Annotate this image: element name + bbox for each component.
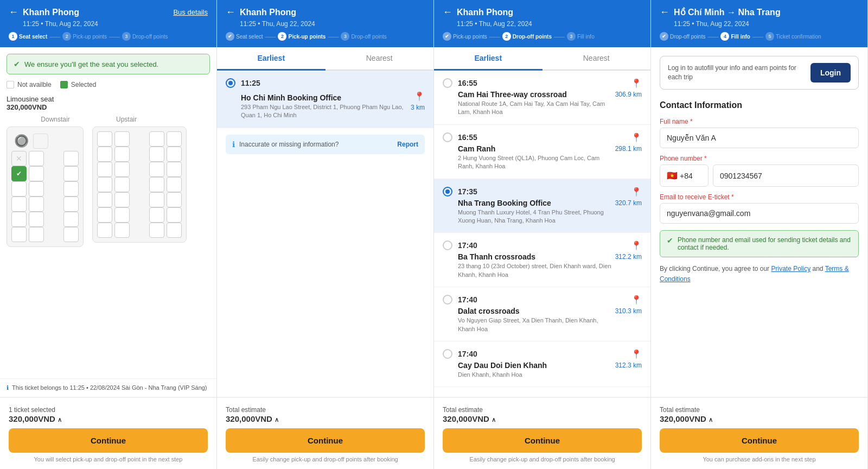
seat[interactable]: [29, 181, 44, 197]
report-link[interactable]: Report: [397, 141, 418, 148]
seat[interactable]: [97, 192, 112, 207]
tab-nearest-3[interactable]: Nearest: [542, 47, 651, 71]
continue-button-2[interactable]: Continue: [226, 428, 425, 453]
seat[interactable]: [63, 227, 79, 242]
seat[interactable]: [33, 134, 48, 149]
seat[interactable]: ✕: [11, 151, 27, 166]
seat[interactable]: [11, 197, 27, 212]
dropoff-row-1: 16:55 Cam Hai Three-way crossroad Nation…: [443, 78, 642, 117]
seat[interactable]: [29, 227, 44, 242]
step-2-3: 3 Drop-off points: [341, 32, 386, 41]
continue-button-3[interactable]: Continue: [443, 428, 642, 453]
seat[interactable]: [167, 223, 182, 238]
full-name-input[interactable]: [660, 128, 859, 148]
step-4-3: 5 Ticket confirmation: [765, 32, 821, 41]
radio-4[interactable]: [443, 240, 452, 250]
phone-prefix[interactable]: 🇻🇳 +84: [660, 164, 709, 187]
dropoff-item-1[interactable]: 16:55 Cam Hai Three-way crossroad Nation…: [434, 71, 650, 125]
seat[interactable]: [97, 207, 112, 223]
seat[interactable]: [63, 181, 79, 197]
seat[interactable]: [29, 151, 44, 166]
radio-5[interactable]: [443, 295, 452, 305]
seat[interactable]: [149, 207, 164, 223]
total-estimate-4: Total estimate: [660, 406, 700, 414]
pickup-item-1[interactable]: 11:25 Ho Chi Minh Booking Office 293 Pha…: [217, 71, 433, 128]
dropoff-item-3[interactable]: 17:35 Nha Trang Booking Office Muong Tha…: [434, 179, 650, 233]
seat[interactable]: [149, 223, 164, 238]
seat[interactable]: [63, 212, 79, 227]
radio-2[interactable]: [443, 132, 452, 142]
seat[interactable]: [29, 166, 44, 181]
pickup-addr-1: 293 Pham Ngu Lao Street, District 1, Phu…: [241, 103, 411, 120]
seat[interactable]: [167, 162, 182, 177]
seat[interactable]: [149, 192, 164, 207]
seat[interactable]: [97, 223, 112, 238]
continue-button-4[interactable]: Continue: [660, 428, 859, 453]
tab-nearest-2[interactable]: Nearest: [326, 47, 434, 71]
seat[interactable]: [63, 197, 79, 212]
login-button[interactable]: Login: [810, 63, 851, 83]
seat[interactable]: [167, 177, 182, 192]
tab-earliest-3[interactable]: Earliest: [434, 47, 542, 71]
seat-row-6: [11, 227, 79, 242]
seat[interactable]: [149, 131, 164, 147]
dropoff-right-4: 📍 312.2 km: [615, 240, 642, 261]
footer-summary-2: Total estimate 320,000VND ∧: [226, 404, 425, 424]
seat[interactable]: [149, 147, 164, 162]
radio-3[interactable]: [443, 187, 452, 197]
seat[interactable]: [114, 223, 130, 238]
seat[interactable]: [114, 177, 130, 192]
footer-summary-4: Total estimate 320,000VND ∧: [660, 404, 859, 424]
step-num-3: 3: [122, 32, 131, 41]
seat[interactable]: [167, 147, 182, 162]
seat[interactable]: [114, 147, 130, 162]
seat[interactable]: [114, 192, 130, 207]
seat[interactable]: [149, 162, 164, 177]
seat[interactable]: [114, 131, 130, 147]
tab-earliest-2[interactable]: Earliest: [217, 47, 326, 71]
phone-input[interactable]: [713, 164, 859, 187]
seat[interactable]: [114, 207, 130, 223]
seat[interactable]: [29, 212, 44, 227]
check-icon: ✔: [667, 236, 673, 245]
back-button-4[interactable]: ←: [660, 7, 669, 18]
operator-3: Khanh Phong: [457, 8, 642, 17]
seat-row-2: ✔: [11, 166, 79, 181]
seat[interactable]: [29, 197, 44, 212]
seat[interactable]: [167, 207, 182, 223]
seat[interactable]: [167, 131, 182, 147]
back-button-1[interactable]: ←: [9, 7, 18, 18]
dropoff-item-6[interactable]: 17:40 Cay Dau Doi Dien Khanh Dien Khanh,…: [434, 341, 650, 387]
email-input[interactable]: [660, 203, 859, 224]
seat[interactable]: [11, 181, 27, 197]
seat[interactable]: [97, 131, 112, 147]
radio-6[interactable]: [443, 349, 452, 359]
back-button-3[interactable]: ←: [443, 7, 452, 18]
location-icon: 📍: [631, 187, 642, 197]
seat[interactable]: [114, 162, 130, 177]
seat[interactable]: [11, 227, 27, 242]
footer-note-4: You can purchase add-ons in the next ste…: [660, 456, 859, 462]
trip-datetime-3: 11:25 • Thu, Aug 22, 2024: [457, 20, 642, 28]
back-button-2[interactable]: ←: [226, 7, 235, 18]
seat[interactable]: [97, 177, 112, 192]
panel-dropoff: ← Khanh Phong 11:25 • Thu, Aug 22, 2024 …: [434, 0, 651, 469]
dropoff-item-4[interactable]: 17:40 Ba Thanh crossroads 23 thang 10 (2…: [434, 233, 650, 287]
radio-1[interactable]: [443, 78, 452, 88]
radio-selected[interactable]: [226, 78, 235, 88]
bus-details-link[interactable]: Bus details: [173, 8, 208, 16]
seat[interactable]: [11, 212, 27, 227]
seat[interactable]: [167, 192, 182, 207]
seat[interactable]: [63, 166, 79, 181]
seat[interactable]: [149, 177, 164, 192]
dropoff-item-2[interactable]: 16:55 Cam Ranh 2 Hung Vuong Street (QL1A…: [434, 125, 650, 179]
up-row-2: [97, 147, 182, 162]
private-policy-link[interactable]: Private Policy: [771, 265, 810, 272]
seat[interactable]: [63, 151, 79, 166]
seat[interactable]: [97, 147, 112, 162]
seat-selected[interactable]: ✔: [11, 166, 27, 181]
seat[interactable]: [97, 162, 112, 177]
inaccurate-banner: ℹ Inaccurate or missing information? Rep…: [226, 135, 425, 154]
dropoff-item-5[interactable]: 17:40 Dalat crossroads Vo Nguyen Giap St…: [434, 287, 650, 341]
continue-button-1[interactable]: Continue: [9, 428, 208, 453]
